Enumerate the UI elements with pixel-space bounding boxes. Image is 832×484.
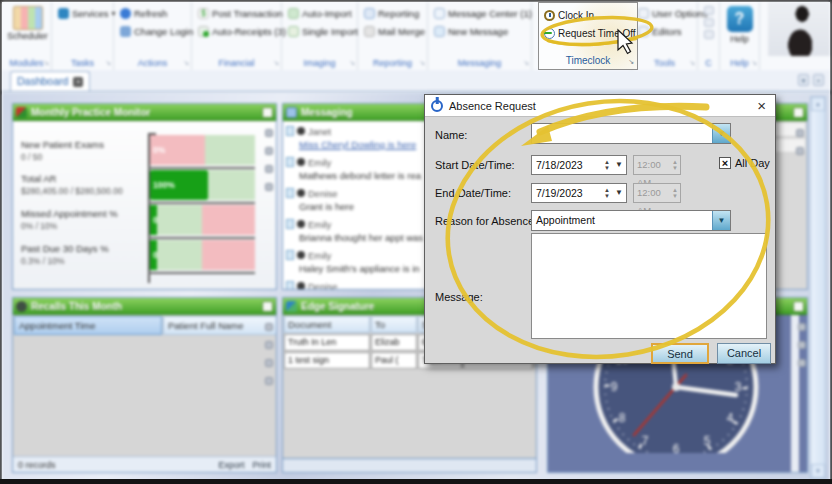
ribbon-item-post-transaction[interactable]: $Post Transaction [198, 5, 277, 21]
start-date-input[interactable]: 7/18/2023 ▲▼ ▼ [531, 155, 627, 175]
close-icon[interactable]: × [754, 98, 769, 113]
dropdown-arrow-icon[interactable]: ▼ [712, 211, 730, 230]
widget-tool-icon[interactable] [798, 341, 806, 349]
dialog-launcher-icon[interactable]: ↘ [43, 58, 49, 67]
widget-tool-icon[interactable] [798, 359, 806, 367]
export-link[interactable]: Export [218, 460, 244, 470]
message-item[interactable]: Denise [286, 280, 429, 289]
edge-signature-icon [286, 301, 297, 312]
absence-request-dialog: Absence Request × Name: ▼ Start Date/Tim… [424, 94, 776, 364]
widget-tool-icon[interactable] [265, 129, 273, 137]
dialog-title-bar[interactable]: Absence Request × [425, 95, 775, 117]
widget-tool-icon[interactable] [798, 323, 806, 331]
name-label: Name: [435, 129, 467, 141]
message-item[interactable]: Emily Mathews debond letter is rea [286, 156, 429, 181]
calendar-dropdown-icon[interactable]: ▼ [612, 156, 626, 174]
scroll-down-icon[interactable]: ▼ [811, 464, 825, 478]
tool-icon[interactable] [704, 30, 714, 39]
date-spinner[interactable]: ▲▼ [602, 156, 612, 174]
widget-tool-icon[interactable] [265, 147, 273, 155]
cancel-button[interactable]: Cancel [717, 343, 771, 364]
ribbon-item-auto-import[interactable]: Auto-Import [288, 5, 353, 21]
ribbon-item-user-options[interactable]: User Options [638, 5, 693, 21]
widget-minimize-button[interactable] [793, 107, 804, 118]
dialog-launcher-icon[interactable]: ↘ [105, 58, 111, 67]
tab-dashboard[interactable]: Dashboard × [10, 71, 90, 91]
pin-icon[interactable]: ▪ [813, 74, 824, 86]
ribbon-item-services[interactable]: Services▾ [58, 5, 109, 21]
dialog-launcher-icon[interactable]: ↘ [628, 58, 634, 66]
widget-tool-icon[interactable] [265, 323, 273, 331]
ribbon-item-reporting[interactable]: Reporting [364, 5, 423, 21]
ribbon-item-editors[interactable]: Editors [638, 23, 693, 39]
dialog-launcher-icon[interactable]: ↘ [183, 58, 189, 67]
widget-minimize-button[interactable] [793, 301, 804, 312]
tool-icon[interactable] [704, 6, 714, 15]
dashboard-scrollbar[interactable]: ▲ ▼ [810, 96, 826, 479]
calendar-dropdown-icon[interactable]: ▼ [612, 184, 626, 202]
column-header-document[interactable]: Document [284, 316, 370, 333]
dialog-launcher-icon[interactable]: ↘ [349, 58, 355, 67]
dialog-launcher-icon[interactable]: ↘ [419, 58, 425, 67]
all-day-option[interactable]: × All Day [719, 157, 770, 169]
dialog-launcher-icon[interactable]: ↘ [273, 58, 279, 67]
message-textarea[interactable] [531, 233, 767, 339]
svg-text:3: 3 [735, 380, 742, 394]
ribbon-group-messaging: Message Center (1) New Message Messaging… [428, 2, 532, 70]
message-item[interactable]: Janet Miss Cheryl Dowling is here [286, 125, 429, 150]
widget-tool-icon[interactable] [265, 165, 273, 173]
ribbon-item-message-center[interactable]: Message Center (1) [434, 5, 527, 21]
ribbon-item-refresh[interactable]: Refresh [120, 5, 187, 21]
close-tab-icon[interactable]: × [73, 77, 83, 87]
dialog-launcher-icon[interactable]: ↘ [689, 58, 695, 67]
dialog-launcher-icon[interactable]: ↘ [751, 58, 757, 67]
widget-minimize-button[interactable] [262, 301, 273, 312]
time-spinner: ▲▼ [670, 184, 680, 202]
ribbon-item-new-message[interactable]: New Message [434, 23, 527, 39]
widget-minimize-button[interactable] [262, 107, 273, 118]
message-center-icon [434, 8, 445, 19]
column-header-appointment-time[interactable]: Appointment Time [14, 316, 162, 335]
widget-tool-icon[interactable] [265, 377, 273, 385]
scroll-up-icon[interactable]: ▲ [811, 97, 825, 111]
column-header-to[interactable]: To [371, 316, 417, 333]
tool-icon[interactable] [704, 18, 714, 27]
ribbon-item-request-time-off[interactable]: Request Time Off [539, 25, 637, 41]
help-icon[interactable]: ? [727, 6, 753, 32]
dropdown-arrow-icon[interactable]: ▼ [712, 124, 730, 143]
group-label-help: Help↘ [720, 56, 759, 70]
ribbon-item-clock-in[interactable]: Clock In [539, 7, 637, 23]
date-spinner[interactable]: ▲▼ [602, 184, 612, 202]
widget-tool-icon[interactable] [265, 183, 273, 191]
widget-tool-icon[interactable] [796, 129, 804, 137]
ribbon-item-scheduler[interactable]: Scheduler [8, 5, 47, 41]
message-text-link[interactable]: Miss Cheryl Dowling is here [299, 139, 429, 150]
message-item[interactable]: Emily Haley Smith's appliance is in [286, 249, 429, 274]
widget-tool-icon[interactable] [265, 341, 273, 349]
end-date-input[interactable]: 7/19/2023 ▲▼ ▼ [531, 183, 627, 203]
widget-tool-icon[interactable] [265, 359, 273, 367]
column-header-patient-full-name[interactable]: Patient Full Name [163, 316, 276, 335]
reason-combobox[interactable]: Appointment ▼ [531, 210, 731, 231]
send-button[interactable]: Send [651, 343, 709, 364]
message-item[interactable]: Emily Brianna thought her appt was [286, 218, 429, 243]
start-time-input: 12:00 AM ▲▼ [633, 155, 681, 175]
widget-tool-icon[interactable] [796, 147, 804, 155]
ribbon-group-tasks: Services▾ Tasks↘ [52, 2, 114, 70]
print-link[interactable]: Print [252, 460, 271, 470]
ribbon-item-auto-receipts[interactable]: Auto-Receipts (3) [198, 23, 277, 39]
ribbon-item-mail-merge[interactable]: Mail Merge [364, 23, 423, 39]
widget-side-toolbar [265, 323, 273, 385]
svg-text:4: 4 [727, 411, 734, 425]
tab-options-icon[interactable]: ▾ [798, 74, 809, 86]
ribbon-item-change-login[interactable]: Change Login [120, 23, 187, 39]
all-day-checkbox[interactable]: × [719, 157, 731, 169]
editors-icon [638, 26, 649, 37]
refresh-icon [120, 8, 131, 19]
widget-messaging: Messaging Janet Miss Cheryl Dowling is h… [282, 103, 432, 290]
name-combobox[interactable]: ▼ [531, 123, 731, 144]
ribbon-item-single-import[interactable]: Single Import [288, 23, 353, 39]
page-icon [286, 219, 294, 229]
dialog-launcher-icon[interactable]: ↘ [523, 58, 529, 67]
message-item[interactable]: Denise Grant is here [286, 187, 429, 212]
